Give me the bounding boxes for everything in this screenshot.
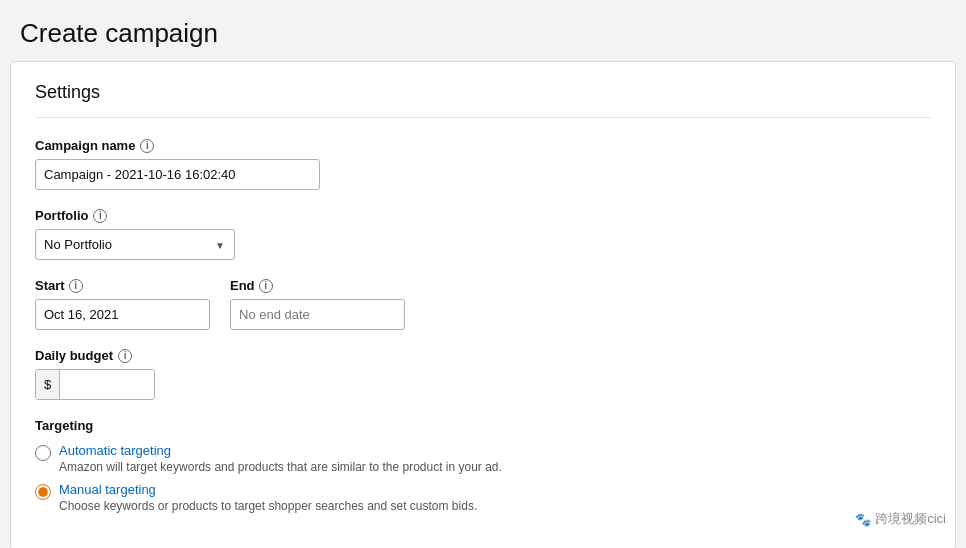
portfolio-group: Portfolio i No Portfolio [35, 208, 931, 260]
manual-targeting-option: Manual targeting Choose keywords or prod… [35, 482, 931, 513]
manual-targeting-radio[interactable] [35, 484, 51, 500]
automatic-targeting-option: Automatic targeting Amazon will target k… [35, 443, 931, 474]
daily-budget-info-icon[interactable]: i [118, 349, 132, 363]
date-row: Start i End i [35, 278, 931, 330]
manual-targeting-description: Choose keywords or products to target sh… [59, 499, 477, 513]
budget-prefix: $ [36, 370, 60, 399]
portfolio-label: Portfolio i [35, 208, 931, 223]
watermark-text: 跨境视频cici [875, 510, 946, 528]
start-info-icon[interactable]: i [69, 279, 83, 293]
settings-card: Settings Campaign name i Portfolio i No … [10, 61, 956, 548]
automatic-targeting-description: Amazon will target keywords and products… [59, 460, 502, 474]
targeting-section: Targeting Automatic targeting Amazon wil… [35, 418, 931, 513]
daily-budget-label: Daily budget i [35, 348, 931, 363]
campaign-name-group: Campaign name i [35, 138, 931, 190]
campaign-name-info-icon[interactable]: i [140, 139, 154, 153]
page-header: Create campaign [0, 0, 966, 61]
automatic-targeting-label-group: Automatic targeting Amazon will target k… [59, 443, 502, 474]
watermark-icon: 🐾 [855, 512, 871, 527]
automatic-targeting-radio[interactable] [35, 445, 51, 461]
watermark: 🐾 跨境视频cici [855, 510, 946, 528]
card-title: Settings [35, 82, 931, 118]
end-date-group: End i [230, 278, 405, 330]
end-label-text: End [230, 278, 255, 293]
budget-input[interactable] [60, 370, 154, 399]
targeting-label: Targeting [35, 418, 931, 433]
automatic-targeting-label[interactable]: Automatic targeting [59, 443, 502, 458]
end-info-icon[interactable]: i [259, 279, 273, 293]
budget-input-wrapper: $ [35, 369, 155, 400]
campaign-name-input[interactable] [35, 159, 320, 190]
daily-budget-label-text: Daily budget [35, 348, 113, 363]
page-title: Create campaign [20, 18, 946, 49]
manual-targeting-label-group: Manual targeting Choose keywords or prod… [59, 482, 477, 513]
manual-targeting-label[interactable]: Manual targeting [59, 482, 477, 497]
portfolio-select[interactable]: No Portfolio [35, 229, 235, 260]
start-label: Start i [35, 278, 210, 293]
portfolio-select-wrapper: No Portfolio [35, 229, 235, 260]
daily-budget-group: Daily budget i $ [35, 348, 931, 400]
end-date-input[interactable] [230, 299, 405, 330]
portfolio-label-text: Portfolio [35, 208, 88, 223]
start-label-text: Start [35, 278, 65, 293]
start-date-group: Start i [35, 278, 210, 330]
portfolio-info-icon[interactable]: i [93, 209, 107, 223]
end-label: End i [230, 278, 405, 293]
start-date-input[interactable] [35, 299, 210, 330]
campaign-name-label: Campaign name i [35, 138, 931, 153]
campaign-name-label-text: Campaign name [35, 138, 135, 153]
